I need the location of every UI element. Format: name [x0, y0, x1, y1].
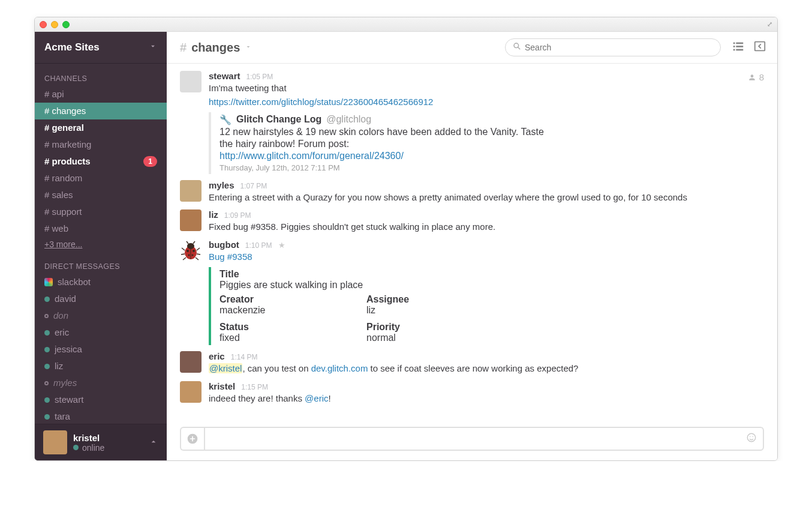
field-label: Title	[219, 269, 764, 280]
sidebar-dm-myles[interactable]: myles	[35, 375, 167, 391]
search-icon	[513, 42, 521, 53]
svg-point-25	[747, 433, 756, 442]
mention[interactable]: @kristel	[209, 363, 242, 373]
presence-dot-icon	[73, 445, 79, 450]
message-author[interactable]: eric	[209, 351, 225, 361]
fullscreen-icon[interactable]: ⤢	[767, 20, 772, 28]
link[interactable]: http://www.glitch.com/forum/general/2436…	[219, 151, 404, 161]
message-author[interactable]: stewart	[209, 71, 240, 81]
channel-label: # sales	[44, 188, 73, 202]
self-status-row[interactable]: kristel online	[35, 424, 167, 460]
message-list[interactable]: 8stewart1:05 PMIm'ma tweeting thathttps:…	[167, 64, 777, 426]
svg-line-18	[181, 254, 185, 254]
star-icon[interactable]: ★	[278, 241, 285, 250]
link[interactable]: https://twitter.com/glitchlog/status/223…	[209, 97, 433, 107]
message: liz1:09 PMFixed bug #9358. Piggies shoul…	[180, 209, 764, 233]
sidebar-channel-marketing[interactable]: # marketing	[35, 136, 167, 153]
dm-label: david	[55, 292, 76, 306]
svg-line-22	[187, 241, 188, 244]
sidebar-dm-slackbot[interactable]: slackbot	[35, 274, 167, 291]
dm-label: stewart	[55, 393, 83, 407]
message-text: indeed they are! thanks @eric!	[209, 392, 764, 405]
hash-icon: #	[180, 41, 187, 55]
channel-label: # web	[44, 221, 68, 236]
search-input[interactable]	[525, 43, 713, 52]
link[interactable]: Bug #9358	[209, 251, 252, 262]
channel-label: # api	[44, 87, 64, 101]
sidebar-dm-stewart[interactable]: stewart	[35, 391, 167, 408]
service-icon: 🔧	[219, 114, 231, 125]
unfurl-handle: @glitchlog	[326, 114, 371, 125]
channels-header: CHANNELS	[35, 64, 167, 86]
svg-line-20	[183, 258, 186, 260]
attach-button[interactable]	[180, 427, 204, 451]
sidebar-channel-changes[interactable]: # changes	[35, 103, 167, 119]
sidebar-channel-api[interactable]: # api	[35, 86, 167, 103]
svg-line-1	[518, 47, 521, 50]
sidebar-dm-don[interactable]: don	[35, 307, 167, 324]
svg-rect-8	[755, 41, 765, 50]
message-time: 1:07 PM	[240, 182, 267, 190]
minimize-window-icon[interactable]	[51, 21, 58, 28]
svg-point-11	[187, 250, 189, 252]
sidebar-channel-random[interactable]: # random	[35, 170, 167, 187]
sidebar-dm-jessica[interactable]: jessica	[35, 341, 167, 358]
mention[interactable]: @eric	[305, 393, 328, 403]
message-time: 1:10 PM	[245, 241, 272, 250]
search-box[interactable]	[505, 38, 721, 56]
avatar	[180, 71, 202, 92]
presence-dot-icon	[44, 347, 50, 352]
presence-dot-icon	[44, 381, 49, 385]
field-label: Status	[219, 322, 366, 333]
message: bugbot1:10 PM★Bug #9358TitlePiggies are …	[180, 239, 764, 345]
sidebar-dm-tara[interactable]: tara	[35, 408, 167, 424]
channel-label: # products	[44, 154, 91, 169]
main-panel: #changes	[167, 32, 777, 460]
sidebar-channel-sales[interactable]: # sales	[35, 187, 167, 203]
message-author[interactable]: kristel	[209, 381, 235, 391]
emoji-icon[interactable]	[746, 432, 757, 446]
member-count[interactable]: 8	[748, 72, 764, 82]
sidebar-channel-support[interactable]: # support	[35, 203, 167, 220]
sidebar-dm-eric[interactable]: eric	[35, 324, 167, 341]
svg-rect-6	[733, 49, 735, 50]
field-value: liz	[366, 305, 513, 316]
message-author[interactable]: liz	[209, 209, 218, 220]
dm-label: myles	[53, 376, 77, 390]
svg-point-26	[750, 436, 751, 437]
field-value: normal	[366, 333, 513, 343]
avatar	[43, 430, 67, 454]
field-value: fixed	[219, 333, 366, 343]
message-author[interactable]: myles	[209, 180, 234, 190]
zoom-window-icon[interactable]	[62, 21, 70, 28]
sidebar-dm-david[interactable]: david	[35, 291, 167, 307]
field-value: mackenzie	[219, 305, 366, 316]
chevron-down-icon	[149, 41, 157, 53]
dm-label: eric	[55, 325, 69, 340]
link-unfurl: 🔧Glitch Change Log@glitchlog12 new hairs…	[209, 112, 764, 174]
message-time: 1:05 PM	[246, 73, 273, 81]
sidebar-dm-liz[interactable]: liz	[35, 358, 167, 375]
svg-point-13	[188, 254, 190, 256]
team-switcher[interactable]: Acme Sites	[35, 32, 167, 64]
chevron-up-icon	[149, 437, 158, 448]
message: eric1:14 PM@kristel, can you test on dev…	[180, 351, 764, 375]
message-text: Fixed bug #9358. Piggies shouldn't get s…	[209, 220, 764, 233]
close-window-icon[interactable]	[40, 21, 47, 28]
channel-title[interactable]: #changes	[180, 41, 252, 55]
svg-line-16	[182, 248, 185, 250]
presence-dot-icon	[44, 330, 50, 336]
activity-icon[interactable]	[732, 40, 745, 56]
svg-point-12	[193, 250, 195, 252]
link[interactable]: dev.glitch.com	[311, 363, 368, 373]
titlebar: ⤢	[35, 17, 777, 32]
avatar	[180, 381, 202, 403]
message-input[interactable]	[211, 428, 746, 450]
message-author[interactable]: bugbot	[209, 239, 239, 250]
sidebar-channel-general[interactable]: # general	[35, 119, 167, 136]
toggle-pane-icon[interactable]	[753, 40, 766, 56]
channels-more[interactable]: +3 more...	[35, 237, 167, 251]
sidebar-channel-web[interactable]: # web	[35, 220, 167, 237]
sidebar-channel-products[interactable]: # products1	[35, 153, 167, 170]
svg-line-21	[196, 258, 199, 260]
